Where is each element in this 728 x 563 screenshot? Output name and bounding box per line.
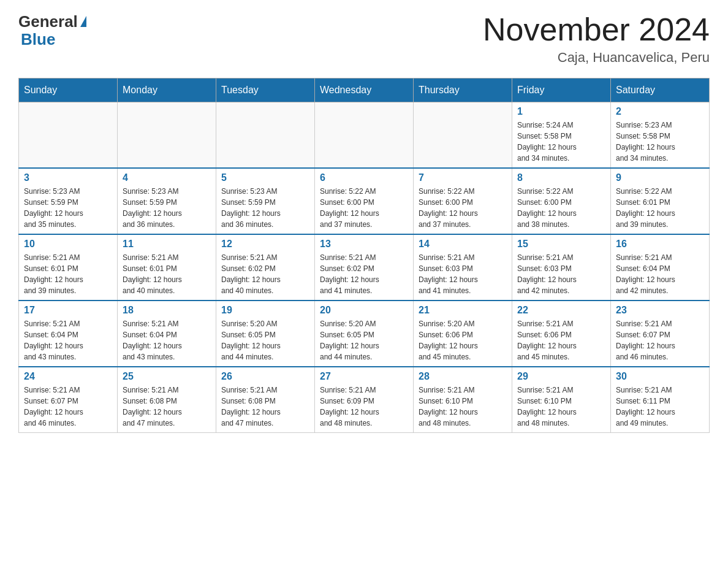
calendar-day-cell: 25Sunrise: 5:21 AMSunset: 6:08 PMDayligh…: [118, 367, 216, 433]
calendar-day-cell: 5Sunrise: 5:23 AMSunset: 5:59 PMDaylight…: [216, 168, 315, 234]
calendar-day-cell: 20Sunrise: 5:20 AMSunset: 6:05 PMDayligh…: [315, 301, 414, 367]
day-info: Sunrise: 5:22 AMSunset: 6:00 PMDaylight:…: [320, 186, 408, 230]
day-info: Sunrise: 5:21 AMSunset: 6:07 PMDaylight:…: [24, 385, 112, 429]
calendar-day-cell: 13Sunrise: 5:21 AMSunset: 6:02 PMDayligh…: [315, 234, 414, 301]
day-number: 10: [24, 239, 112, 250]
day-number: 22: [517, 305, 605, 316]
day-info: Sunrise: 5:23 AMSunset: 5:59 PMDaylight:…: [123, 186, 211, 230]
day-number: 4: [123, 172, 211, 183]
day-number: 29: [517, 371, 605, 382]
day-number: 27: [320, 371, 408, 382]
day-info: Sunrise: 5:21 AMSunset: 6:11 PMDaylight:…: [616, 385, 704, 429]
day-info: Sunrise: 5:23 AMSunset: 5:58 PMDaylight:…: [616, 120, 704, 164]
day-info: Sunrise: 5:21 AMSunset: 6:08 PMDaylight:…: [221, 385, 309, 429]
day-info: Sunrise: 5:21 AMSunset: 6:04 PMDaylight:…: [123, 318, 211, 362]
day-info: Sunrise: 5:21 AMSunset: 6:08 PMDaylight:…: [123, 385, 211, 429]
weekday-header-row: SundayMondayTuesdayWednesdayThursdayFrid…: [19, 79, 710, 102]
calendar-week-row: 3Sunrise: 5:23 AMSunset: 5:59 PMDaylight…: [19, 168, 710, 234]
calendar-day-cell: 4Sunrise: 5:23 AMSunset: 5:59 PMDaylight…: [118, 168, 216, 234]
calendar-day-cell: 19Sunrise: 5:20 AMSunset: 6:05 PMDayligh…: [216, 301, 315, 367]
day-number: 13: [320, 239, 408, 250]
day-info: Sunrise: 5:21 AMSunset: 6:02 PMDaylight:…: [320, 252, 408, 296]
day-info: Sunrise: 5:21 AMSunset: 6:04 PMDaylight:…: [24, 318, 112, 362]
calendar-day-cell: [414, 102, 512, 169]
day-number: 12: [221, 239, 309, 250]
calendar-day-cell: 21Sunrise: 5:20 AMSunset: 6:06 PMDayligh…: [414, 301, 512, 367]
day-number: 28: [419, 371, 507, 382]
weekday-header: Friday: [512, 79, 611, 102]
day-info: Sunrise: 5:21 AMSunset: 6:01 PMDaylight:…: [24, 252, 112, 296]
calendar-day-cell: 29Sunrise: 5:21 AMSunset: 6:10 PMDayligh…: [512, 367, 611, 433]
calendar-day-cell: 3Sunrise: 5:23 AMSunset: 5:59 PMDaylight…: [19, 168, 118, 234]
calendar-week-row: 10Sunrise: 5:21 AMSunset: 6:01 PMDayligh…: [19, 234, 710, 301]
calendar-day-cell: 15Sunrise: 5:21 AMSunset: 6:03 PMDayligh…: [512, 234, 611, 301]
calendar-day-cell: 23Sunrise: 5:21 AMSunset: 6:07 PMDayligh…: [611, 301, 710, 367]
weekday-header: Sunday: [19, 79, 118, 102]
day-info: Sunrise: 5:20 AMSunset: 6:05 PMDaylight:…: [221, 318, 309, 362]
day-number: 2: [616, 106, 704, 117]
calendar-day-cell: 14Sunrise: 5:21 AMSunset: 6:03 PMDayligh…: [414, 234, 512, 301]
calendar-day-cell: 10Sunrise: 5:21 AMSunset: 6:01 PMDayligh…: [19, 234, 118, 301]
day-number: 9: [616, 172, 704, 183]
logo-blue-text: Blue: [18, 30, 55, 49]
calendar-day-cell: [216, 102, 315, 169]
weekday-header: Saturday: [611, 79, 710, 102]
weekday-header: Tuesday: [216, 79, 315, 102]
day-number: 18: [123, 305, 211, 316]
day-info: Sunrise: 5:20 AMSunset: 6:05 PMDaylight:…: [320, 318, 408, 362]
day-number: 24: [24, 371, 112, 382]
calendar-day-cell: [19, 102, 118, 169]
day-info: Sunrise: 5:22 AMSunset: 6:00 PMDaylight:…: [517, 186, 605, 230]
day-number: 3: [24, 172, 112, 183]
calendar-table: SundayMondayTuesdayWednesdayThursdayFrid…: [18, 78, 710, 433]
calendar-day-cell: 12Sunrise: 5:21 AMSunset: 6:02 PMDayligh…: [216, 234, 315, 301]
day-number: 7: [419, 172, 507, 183]
calendar-day-cell: 28Sunrise: 5:21 AMSunset: 6:10 PMDayligh…: [414, 367, 512, 433]
calendar-day-cell: 27Sunrise: 5:21 AMSunset: 6:09 PMDayligh…: [315, 367, 414, 433]
location-title: Caja, Huancavelica, Peru: [483, 50, 710, 66]
logo-triangle-icon: [80, 16, 86, 27]
calendar-day-cell: 26Sunrise: 5:21 AMSunset: 6:08 PMDayligh…: [216, 367, 315, 433]
weekday-header: Wednesday: [315, 79, 414, 102]
day-number: 25: [123, 371, 211, 382]
day-number: 20: [320, 305, 408, 316]
calendar-day-cell: [118, 102, 216, 169]
title-block: November 2024 Caja, Huancavelica, Peru: [483, 12, 710, 66]
day-number: 30: [616, 371, 704, 382]
day-number: 21: [419, 305, 507, 316]
day-number: 6: [320, 172, 408, 183]
calendar-day-cell: 9Sunrise: 5:22 AMSunset: 6:01 PMDaylight…: [611, 168, 710, 234]
calendar-day-cell: 2Sunrise: 5:23 AMSunset: 5:58 PMDaylight…: [611, 102, 710, 169]
day-info: Sunrise: 5:21 AMSunset: 6:04 PMDaylight:…: [616, 252, 704, 296]
day-number: 5: [221, 172, 309, 183]
calendar-day-cell: 16Sunrise: 5:21 AMSunset: 6:04 PMDayligh…: [611, 234, 710, 301]
calendar-week-row: 17Sunrise: 5:21 AMSunset: 6:04 PMDayligh…: [19, 301, 710, 367]
day-info: Sunrise: 5:21 AMSunset: 6:10 PMDaylight:…: [517, 385, 605, 429]
day-info: Sunrise: 5:21 AMSunset: 6:09 PMDaylight:…: [320, 385, 408, 429]
calendar-day-cell: 6Sunrise: 5:22 AMSunset: 6:00 PMDaylight…: [315, 168, 414, 234]
day-number: 19: [221, 305, 309, 316]
page-header: General Blue November 2024 Caja, Huancav…: [18, 12, 710, 66]
day-number: 17: [24, 305, 112, 316]
logo: General Blue: [18, 12, 86, 49]
weekday-header: Thursday: [414, 79, 512, 102]
calendar-day-cell: 11Sunrise: 5:21 AMSunset: 6:01 PMDayligh…: [118, 234, 216, 301]
day-info: Sunrise: 5:23 AMSunset: 5:59 PMDaylight:…: [221, 186, 309, 230]
weekday-header: Monday: [118, 79, 216, 102]
day-number: 15: [517, 239, 605, 250]
day-info: Sunrise: 5:20 AMSunset: 6:06 PMDaylight:…: [419, 318, 507, 362]
calendar-day-cell: 18Sunrise: 5:21 AMSunset: 6:04 PMDayligh…: [118, 301, 216, 367]
day-number: 11: [123, 239, 211, 250]
day-info: Sunrise: 5:21 AMSunset: 6:07 PMDaylight:…: [616, 318, 704, 362]
day-number: 23: [616, 305, 704, 316]
day-number: 1: [517, 106, 605, 117]
calendar-week-row: 1Sunrise: 5:24 AMSunset: 5:58 PMDaylight…: [19, 102, 710, 169]
day-number: 16: [616, 239, 704, 250]
day-number: 14: [419, 239, 507, 250]
calendar-day-cell: 1Sunrise: 5:24 AMSunset: 5:58 PMDaylight…: [512, 102, 611, 169]
day-info: Sunrise: 5:23 AMSunset: 5:59 PMDaylight:…: [24, 186, 112, 230]
logo-general-text: General: [18, 12, 78, 31]
month-title: November 2024: [483, 12, 710, 47]
day-number: 26: [221, 371, 309, 382]
day-info: Sunrise: 5:21 AMSunset: 6:03 PMDaylight:…: [419, 252, 507, 296]
